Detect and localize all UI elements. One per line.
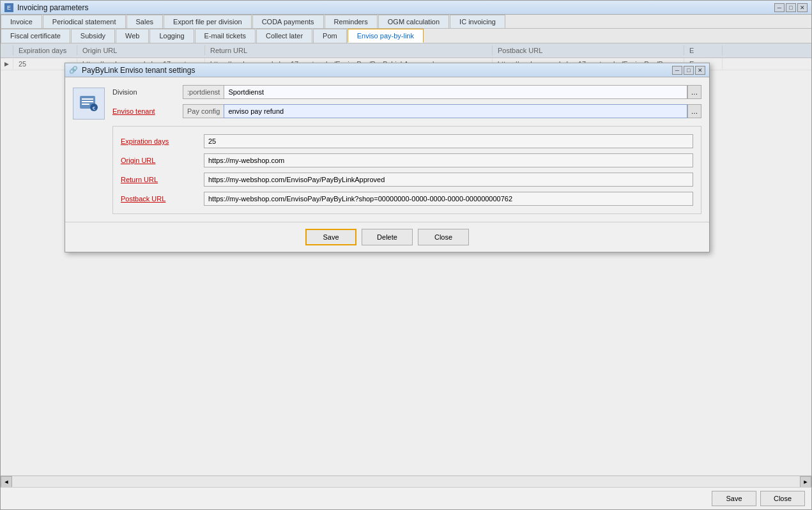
tab-logging[interactable]: Logging [149,29,194,43]
dialog-title-bar: 🔗 PayByLink Enviso tenant settings ─ □ ✕ [65,63,709,77]
expiration-days-label[interactable]: Expiration days [121,137,204,145]
window-title: Invoicing parameters [17,3,774,12]
division-row: Division :portdienst … [112,85,701,99]
bottom-close-button[interactable]: Close [760,491,805,506]
dialog-left-icon: € [73,88,105,120]
dialog-title: PayByLink Enviso tenant settings [82,66,672,75]
expiration-days-row: Expiration days [121,134,693,148]
tab-pom[interactable]: Pom [313,29,347,43]
pay-config-prefix: Pay config [183,104,224,118]
tab-subsidy[interactable]: Subsidy [71,29,115,43]
pay-config-input[interactable] [224,104,687,118]
enviso-tenant-label[interactable]: Enviso tenant [112,107,183,115]
bottom-save-button[interactable]: Save [712,491,756,506]
tab-row-1: Invoice Periodical statement Sales Expor… [1,15,811,29]
dialog-icon: 🔗 [69,66,78,75]
maximize-button[interactable]: □ [786,3,796,12]
dialog-form: Division :portdienst … Enviso tenant Pay… [112,85,701,214]
tab-coda-payments[interactable]: CODA payments [252,15,324,28]
tab-collect-later[interactable]: Collect later [256,29,312,43]
return-url-row: Return URL [121,173,693,187]
tab-row-2: Fiscal certificate Subsidy Web Logging E… [1,29,811,43]
close-button[interactable]: ✕ [797,3,808,12]
tab-export-file[interactable]: Export file per division [164,15,252,28]
postback-url-label[interactable]: Postback URL [121,195,204,203]
dialog-controls: ─ □ ✕ [672,66,705,75]
bottom-bar: Save Close [1,487,811,509]
svg-rect-2 [82,101,93,102]
tab-web[interactable]: Web [116,29,149,43]
dialog-delete-button[interactable]: Delete [362,229,413,245]
dialog-close-button[interactable]: Close [418,229,469,245]
tab-sales[interactable]: Sales [126,15,164,28]
scroll-right-button[interactable]: ► [800,476,811,488]
dialog: 🔗 PayByLink Enviso tenant settings ─ □ ✕ [65,63,710,252]
origin-url-input[interactable] [204,153,693,167]
scroll-left-button[interactable]: ◄ [1,476,12,488]
tab-email-tickets[interactable]: E-mail tickets [195,29,256,43]
title-bar-controls: ─ □ ✕ [774,3,808,12]
svg-rect-3 [82,104,89,105]
origin-url-label[interactable]: Origin URL [121,157,204,164]
postback-url-input[interactable] [204,192,693,206]
dialog-close-button[interactable]: ✕ [695,66,705,75]
title-bar: E Invoicing parameters ─ □ ✕ [1,1,811,15]
tab-ic-invoicing[interactable]: IC invoicing [450,15,505,28]
origin-url-row: Origin URL [121,153,693,167]
dialog-minimize-button[interactable]: ─ [672,66,682,75]
svg-text:€: € [93,105,96,111]
dialog-footer: Save Delete Close [65,222,709,252]
dialog-overlay: 🔗 PayByLink Enviso tenant settings ─ □ ✕ [1,43,811,475]
tab-enviso-pay-by-link[interactable]: Enviso pay-by-link [348,29,424,43]
return-url-input[interactable] [204,173,693,187]
window-icon: E [4,3,13,12]
division-label: Division [112,88,183,96]
horizontal-scrollbar: ◄ ► [1,475,811,487]
dialog-body: € Division :portdienst … [65,77,709,222]
pay-config-browse-button[interactable]: … [687,104,701,118]
minimize-button[interactable]: ─ [774,3,785,12]
postback-url-row: Postback URL [121,192,693,206]
division-input[interactable] [224,85,687,99]
section-box: Expiration days Origin URL Return URL [112,126,701,214]
enviso-tenant-row: Enviso tenant Pay config … [112,104,701,118]
tab-periodical-statement[interactable]: Periodical statement [43,15,126,28]
division-prefix: :portdienst [183,85,224,99]
return-url-label[interactable]: Return URL [121,176,204,183]
tab-ogm-calculation[interactable]: OGM calculation [378,15,449,28]
tab-invoice[interactable]: Invoice [1,15,42,28]
dialog-maximize-button[interactable]: □ [684,66,694,75]
dialog-save-button[interactable]: Save [305,229,356,245]
svg-rect-1 [82,98,93,100]
main-window: E Invoicing parameters ─ □ ✕ Invoice Per… [0,0,812,510]
scroll-track[interactable] [12,476,800,488]
division-browse-button[interactable]: … [687,85,701,99]
tab-fiscal-certificate[interactable]: Fiscal certificate [1,29,70,43]
main-content: Expiration days Origin URL Return URL Po… [1,43,811,475]
expiration-days-input[interactable] [204,134,693,148]
tab-reminders[interactable]: Reminders [325,15,378,28]
